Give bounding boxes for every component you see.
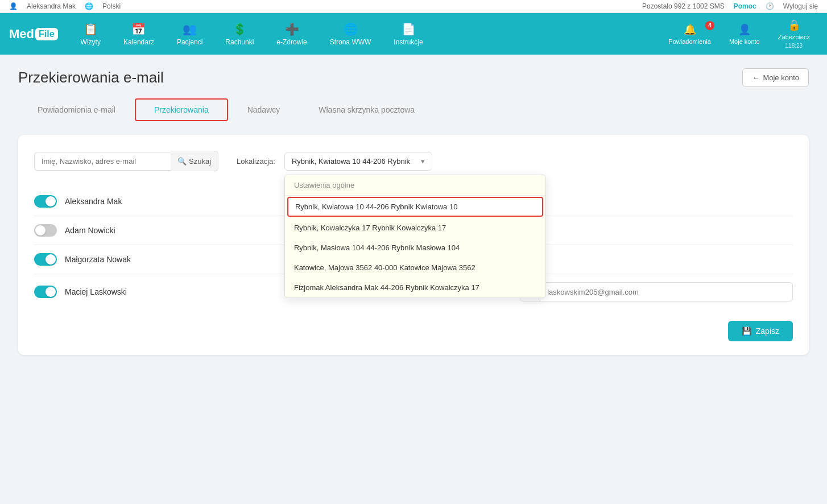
- tab-przekierowania[interactable]: Przekierowania: [135, 98, 228, 121]
- top-bar-logout[interactable]: Wyloguj się: [783, 2, 818, 10]
- nav-wizyty-label: Wizyty: [81, 38, 101, 46]
- user-account-icon: 👤: [738, 23, 751, 36]
- main-card: 🔍 Szukaj Lokalizacja: Rybnik, Kwiatowa 1…: [18, 135, 809, 355]
- tab-nadawcy-label: Nadawcy: [247, 105, 280, 114]
- search-button-label: Szukaj: [189, 157, 211, 166]
- nav-instrukcje-label: Instrukcje: [394, 38, 423, 46]
- location-dropdown: Ustawienia ogólne Rybnik, Kwiatowa 10 44…: [284, 175, 546, 298]
- nav-zabezpiecz-label: Zabezpiecz: [778, 34, 810, 40]
- email-input-4[interactable]: [540, 283, 792, 301]
- tabs-row: Powiadomienia e-mail Przekierowania Nada…: [18, 98, 809, 121]
- nav-pacjenci-label: Pacjenci: [177, 38, 202, 46]
- ezdrowie-icon: ➕: [285, 22, 299, 36]
- page-title: Przekierowania e-mail: [18, 69, 164, 86]
- lokalizacja-label: Lokalizacja:: [237, 157, 275, 166]
- toggle-user1[interactable]: [34, 195, 57, 208]
- nav-powiadomienia[interactable]: 🔔 4 Powiadomienia: [660, 18, 719, 51]
- save-icon: 💾: [742, 327, 751, 336]
- tab-wlasna-skrzynka-label: Własna skrzynka pocztowa: [319, 105, 415, 114]
- tab-powiadomienia-email-label: Powiadomienia e-mail: [38, 105, 115, 114]
- nav-strona-www-label: Strona WWW: [330, 38, 371, 46]
- top-bar-language: Polski: [102, 2, 121, 10]
- dropdown-item-loc4[interactable]: Katowice, Majowa 3562 40-000 Katowice Ma…: [285, 258, 545, 278]
- nav-kalendarz-label: Kalendarz: [123, 38, 154, 46]
- toggle-knob-user1: [46, 196, 56, 206]
- kalendarz-icon: 📅: [131, 22, 146, 36]
- globe-icon: 🌐: [85, 2, 93, 10]
- toggle-user2[interactable]: [34, 224, 57, 237]
- top-bar-username: Aleksandra Mak: [27, 2, 76, 10]
- nav-pacjenci[interactable]: 👥 Pacjenci: [166, 15, 214, 53]
- notification-badge: 4: [705, 21, 714, 30]
- search-icon: 🔍: [177, 157, 187, 166]
- save-button-label: Zapisz: [756, 327, 779, 336]
- nav-kalendarz[interactable]: 📅 Kalendarz: [112, 15, 166, 53]
- tab-wlasna-skrzynka[interactable]: Własna skrzynka pocztowa: [299, 98, 434, 121]
- dropdown-header: Ustawienia ogólne: [285, 175, 545, 196]
- top-bar: 👤 Aleksandra Mak 🌐 Polski Pozostało 992 …: [0, 0, 827, 13]
- nav-wizyty[interactable]: 📋 Wizyty: [69, 15, 112, 53]
- top-bar-left: 👤 Aleksandra Mak 🌐 Polski: [9, 2, 121, 10]
- main-nav: Med File 📋 Wizyty 📅 Kalendarz 👥 Pacjenci…: [0, 13, 827, 55]
- dropdown-item-loc3-label: Rybnik, Masłowa 104 44-206 Rybnik Masłow…: [294, 243, 460, 252]
- save-row: 💾 Zapisz: [34, 321, 793, 341]
- nav-ezdrowie-label: e-Zdrowie: [276, 38, 307, 46]
- nav-zabezpiecz[interactable]: 🔒 Zabezpiecz 118:23: [770, 13, 818, 55]
- tab-powiadomienia-email[interactable]: Powiadomienia e-mail: [18, 98, 135, 121]
- toggle-user4[interactable]: [34, 286, 57, 298]
- bell-icon: 🔔: [684, 23, 696, 36]
- page-header: Przekierowania e-mail ← Moje konto: [18, 68, 809, 87]
- location-select-wrapper: Rybnik, Kwiatowa 10 44-206 Rybnik ▾ Usta…: [284, 152, 432, 171]
- logo-med: Med: [9, 27, 34, 42]
- nav-rachunki[interactable]: 💲 Rachunki: [214, 15, 265, 53]
- save-button[interactable]: 💾 Zapisz: [728, 321, 793, 341]
- back-button-label: Moje konto: [763, 73, 799, 82]
- nav-ezdrowie[interactable]: ➕ e-Zdrowie: [265, 15, 318, 53]
- logo-file: File: [35, 28, 58, 40]
- dropdown-item-loc5-label: Fizjomak Aleksandra Mak 44-206 Rybnik Ko…: [294, 283, 479, 292]
- back-button[interactable]: ← Moje konto: [742, 68, 809, 87]
- location-select-button[interactable]: Rybnik, Kwiatowa 10 44-206 Rybnik ▾: [284, 152, 432, 171]
- tab-przekierowania-label: Przekierowania: [154, 105, 209, 114]
- dropdown-item-loc5[interactable]: Fizjomak Aleksandra Mak 44-206 Rybnik Ko…: [285, 278, 545, 298]
- toggle-knob-user4: [46, 287, 56, 297]
- strona-www-icon: 🌐: [344, 22, 358, 36]
- nav-strona-www[interactable]: 🌐 Strona WWW: [319, 15, 383, 53]
- nav-right: 🔔 4 Powiadomienia 👤 Moje konto 🔒 Zabezpi…: [660, 13, 818, 55]
- dropdown-item-loc3[interactable]: Rybnik, Masłowa 104 44-206 Rybnik Masłow…: [285, 238, 545, 258]
- dropdown-item-loc2-label: Rybnik, Kowalczyka 17 Rybnik Kowalczyka …: [294, 224, 446, 232]
- tab-nadawcy[interactable]: Nadawcy: [228, 98, 300, 121]
- chevron-down-icon: ▾: [421, 157, 425, 166]
- nav-moje-konto[interactable]: 👤 Moje konto: [721, 18, 768, 51]
- toggle-knob-user3: [46, 254, 56, 265]
- nav-rachunki-label: Rachunki: [225, 38, 254, 46]
- top-bar-sms: Pozostało 992 z 1002 SMS: [642, 2, 725, 10]
- top-bar-help[interactable]: Pomoc: [734, 2, 756, 10]
- nav-logo: Med File: [9, 21, 58, 47]
- filter-row: 🔍 Szukaj Lokalizacja: Rybnik, Kwiatowa 1…: [34, 151, 793, 171]
- nav-powiadomienia-label: Powiadomienia: [668, 38, 711, 45]
- arrow-left-icon: ←: [752, 73, 759, 82]
- page-content: Przekierowania e-mail ← Moje konto Powia…: [0, 55, 827, 369]
- user-icon: 👤: [9, 2, 18, 10]
- wizyty-icon: 📋: [84, 22, 98, 36]
- toggle-user3[interactable]: [34, 253, 57, 266]
- pacjenci-icon: 👥: [183, 22, 197, 36]
- dropdown-item-loc1[interactable]: Rybnik, Kwiatowa 10 44-206 Rybnik Kwiato…: [287, 197, 543, 217]
- rachunki-icon: 💲: [233, 22, 247, 36]
- dropdown-item-loc2[interactable]: Rybnik, Kowalczyka 17 Rybnik Kowalczyka …: [285, 218, 545, 238]
- nav-moje-konto-label: Moje konto: [729, 38, 760, 45]
- email-row-4: @: [520, 282, 793, 301]
- search-wrapper: 🔍 Szukaj: [34, 151, 218, 171]
- top-bar-right: Pozostało 992 z 1002 SMS Pomoc 🕐 Wyloguj…: [642, 2, 818, 10]
- toggle-knob-user2: [35, 225, 46, 236]
- search-button[interactable]: 🔍 Szukaj: [171, 151, 218, 171]
- search-input[interactable]: [34, 152, 171, 171]
- nav-instrukcje[interactable]: 📄 Instrukcje: [382, 15, 434, 53]
- dropdown-item-loc4-label: Katowice, Majowa 3562 40-000 Katowice Ma…: [294, 263, 475, 272]
- dropdown-item-loc1-label: Rybnik, Kwiatowa 10 44-206 Rybnik Kwiato…: [295, 203, 457, 211]
- location-select-value: Rybnik, Kwiatowa 10 44-206 Rybnik: [292, 157, 410, 166]
- instrukcje-icon: 📄: [402, 22, 416, 36]
- lock-icon: 🔒: [788, 19, 800, 31]
- nav-items: 📋 Wizyty 📅 Kalendarz 👥 Pacjenci 💲 Rachun…: [69, 15, 661, 53]
